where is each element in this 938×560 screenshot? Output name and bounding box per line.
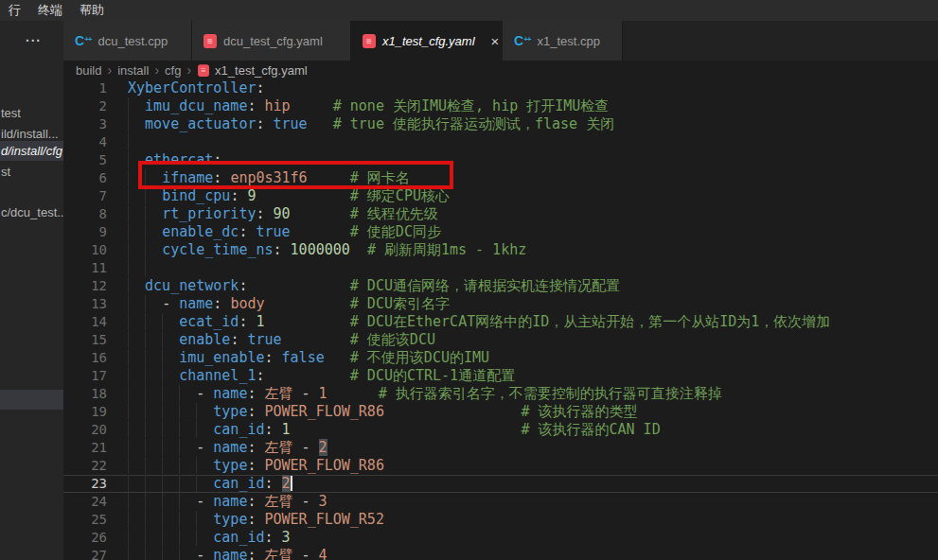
code-line[interactable]: 16 imu_enable: false # 不使用该DCU的IMU [63,349,938,367]
yaml-file-icon: ≡ [198,64,209,77]
code-line[interactable]: 10 cycle_time_ns: 1000000 # 刷新周期1ms - 1k… [63,241,938,259]
code-line[interactable]: 18 - name: 左臂 - 1 # 执行器索引名字，不需要控制的执行器可直接… [63,385,938,403]
line-number: 5 [63,151,128,169]
code-line-text: imu_dcu_name: hip # none 关闭IMU检查, hip 打开… [128,97,609,115]
code-line[interactable]: 14 ecat_id: 1 # DCU在EtherCAT网络中的ID，从主站开始… [63,313,938,331]
code-line-text [128,259,162,277]
code-line-text: can_id: 1 # 该执行器的CAN ID [128,421,661,439]
menu-item-帮助[interactable]: 帮助 [71,0,113,21]
code-line-text: - name: 左臂 - 2 [128,439,327,457]
chevron-right-icon: › [186,62,191,78]
sidebar: ··· testild/install...d/install/cfgstc/d… [0,21,63,560]
line-number: 12 [63,277,128,295]
breadcrumb-file-label: x1_test_cfg.yaml [215,63,308,78]
tab-dcu_test.cpp[interactable]: C++dcu_test.cpp [63,21,192,61]
line-number: 9 [63,223,128,241]
line-number: 26 [63,529,128,547]
code-line[interactable]: 3 move_actuator: true # true 使能执行器运动测试，f… [63,115,938,133]
code-line[interactable]: 25 type: POWER_FLOW_R52 [63,511,938,529]
code-line-text: can_id: 2 [128,475,292,493]
code-line[interactable]: 12 dcu_network: # DCU通信网络，请根据实机连接情况配置 [63,277,938,295]
code-line-text [128,133,145,151]
code-line[interactable]: 23 can_id: 2 [63,475,938,493]
line-number: 24 [63,493,128,511]
code-line[interactable]: 1XyberController: [63,79,938,97]
chevron-right-icon: › [107,62,112,78]
sidebar-item[interactable]: st [0,162,63,182]
code-line[interactable]: 13 - name: body # DCU索引名字 [63,295,938,313]
code-line[interactable]: 26 can_id: 3 [63,529,938,547]
code-line[interactable]: 2 imu_dcu_name: hip # none 关闭IMU检查, hip … [63,97,938,115]
line-number: 20 [63,421,128,439]
breadcrumb-item-cfg[interactable]: cfg [165,63,181,78]
line-number: 23 [63,475,128,493]
tab-label: x1_test_cfg.yaml [382,34,475,48]
sidebar-item[interactable]: c/dcu_test... [0,202,63,222]
code-line[interactable]: 4 [63,133,938,151]
line-number: 8 [63,205,128,223]
code-line-text: XyberController: [128,79,265,97]
line-number: 10 [63,241,128,259]
code-line-text: ecat_id: 1 # DCU在EtherCAT网络中的ID，从主站开始，第一… [128,313,830,331]
line-number: 3 [63,115,128,133]
line-number: 2 [63,97,128,115]
code-line[interactable]: 20 can_id: 1 # 该执行器的CAN ID [63,421,938,439]
code-line[interactable]: 24 - name: 左臂 - 3 [63,493,938,511]
tab-label: dcu_test.cpp [97,34,168,48]
code-line-text: cycle_time_ns: 1000000 # 刷新周期1ms - 1khz [128,241,526,259]
line-number: 15 [63,331,128,349]
code-line[interactable]: 5 ethercat: [63,151,938,169]
line-number: 13 [63,295,128,313]
code-line-text: dcu_network: # DCU通信网络，请根据实机连接情况配置 [128,277,620,295]
sidebar-item[interactable]: d/install/cfg [0,141,63,161]
code-line[interactable]: 17 channel_1: # DCU的CTRL-1通道配置 [63,367,938,385]
tab-dcu_test_cfg.yaml[interactable]: ≡dcu_test_cfg.yaml [192,21,351,61]
line-number: 6 [63,169,128,187]
sidebar-header: ··· [0,21,63,61]
sidebar-highlight-row[interactable] [0,390,63,410]
code-line[interactable]: 19 type: POWER_FLOW_R86 # 该执行器的类型 [63,403,938,421]
code-editor[interactable]: 1XyberController:2 imu_dcu_name: hip # n… [63,79,938,560]
vscode-window: 行终端帮助 ··· testild/install...d/install/cf… [0,0,938,560]
more-actions-icon[interactable]: ··· [0,33,42,48]
tab-label: dcu_test_cfg.yaml [223,34,323,48]
code-line[interactable]: 9 enable_dc: true # 使能DC同步 [63,223,938,241]
line-number: 27 [63,547,128,560]
breadcrumb: build›install›cfg›≡x1_test_cfg.yaml [63,61,938,79]
code-line-text: bind_cpu: 9 # 绑定CPU核心 [128,187,450,205]
code-line[interactable]: 7 bind_cpu: 9 # 绑定CPU核心 [63,187,938,205]
menu-item-终端[interactable]: 终端 [29,0,71,21]
code-line[interactable]: 8 rt_priority: 90 # 线程优先级 [63,205,938,223]
code-line[interactable]: 15 enable: true # 使能该DCU [63,331,938,349]
close-icon[interactable]: × [491,34,500,48]
code-line[interactable]: 27 - name: 左臂 - 4 [63,547,938,560]
code-line-text: type: POWER_FLOW_R86 [128,457,384,475]
line-number: 4 [63,133,128,151]
menu-bar: 行终端帮助 [0,0,938,21]
menu-item-行[interactable]: 行 [0,0,29,21]
breadcrumb-item-build[interactable]: build [76,63,101,78]
line-number: 16 [63,349,128,367]
code-line[interactable]: 21 - name: 左臂 - 2 [63,439,938,457]
line-number: 22 [63,457,128,475]
yaml-file-icon: ≡ [363,34,376,48]
line-number: 1 [63,79,128,97]
tab-label: x1_test.cpp [537,34,600,48]
tab-x1_test.cpp[interactable]: C++x1_test.cpp [503,21,623,61]
code-line-text: enable: true # 使能该DCU [128,331,435,349]
code-line-text: move_actuator: true # true 使能执行器运动测试，fla… [128,115,614,133]
code-line-text: rt_priority: 90 # 线程优先级 [128,205,438,223]
breadcrumb-file[interactable]: ≡x1_test_cfg.yaml [197,63,308,78]
breadcrumb-item-install[interactable]: install [117,63,149,78]
code-line-text: type: POWER_FLOW_R86 # 该执行器的类型 [128,403,638,421]
code-line[interactable]: 22 type: POWER_FLOW_R86 [63,457,938,475]
yaml-file-icon: ≡ [204,34,217,48]
code-line-text: - name: 左臂 - 1 # 执行器索引名字，不需要控制的执行器可直接注释掉 [128,385,722,403]
line-number: 11 [63,259,128,277]
code-line[interactable]: 6 ifname: enp0s31f6 # 网卡名 [63,169,938,187]
sidebar-item[interactable]: test [0,103,63,123]
code-line[interactable]: 11 [63,259,938,277]
tab-x1_test_cfg.yaml[interactable]: ≡x1_test_cfg.yaml× [351,21,503,61]
line-number: 21 [63,439,128,457]
cpp-file-icon: C++ [514,34,530,47]
